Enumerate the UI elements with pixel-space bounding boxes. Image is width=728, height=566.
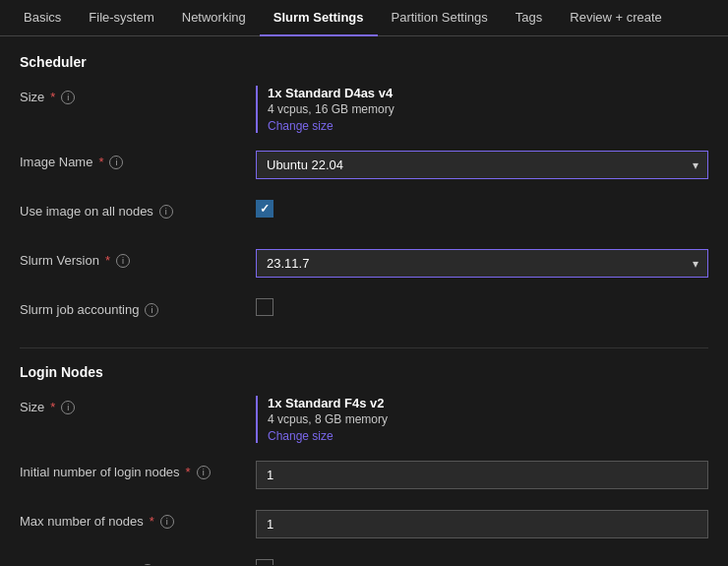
login-size-required-star: * [50, 400, 55, 414]
image-name-info-icon[interactable]: i [109, 156, 123, 169]
tab-partition[interactable]: Partition Settings [378, 0, 502, 36]
health-check-checkbox[interactable] [256, 559, 273, 565]
scheduler-change-size-link[interactable]: Change size [268, 119, 708, 133]
image-name-select-wrapper: Ubuntu 22.04Ubuntu 20.04CentOS 7CentOS 8… [256, 151, 708, 179]
max-nodes-row: Max number of nodes * i [20, 510, 708, 541]
login-size-block: 1x Standard F4s v2 4 vcpus, 8 GB memory … [256, 396, 708, 443]
slurm-version-info-icon[interactable]: i [116, 254, 130, 268]
initial-nodes-label: Initial number of login nodes * i [20, 461, 256, 479]
slurm-version-select[interactable]: 23.11.723.02.422.05.8 [256, 249, 708, 278]
image-name-select[interactable]: Ubuntu 22.04Ubuntu 20.04CentOS 7CentOS 8 [256, 151, 708, 179]
use-image-row: Use image on all nodes i [20, 200, 708, 231]
required-star: * [50, 90, 55, 104]
tab-tags[interactable]: Tags [502, 0, 556, 36]
max-nodes-required-star: * [150, 514, 154, 529]
use-image-control [256, 200, 708, 218]
max-nodes-label: Max number of nodes * i [20, 510, 256, 529]
health-check-info-icon[interactable]: i [141, 564, 154, 566]
main-content: Scheduler Size * i 1x Standard D4as v4 4… [0, 36, 728, 565]
tab-bar: BasicsFile-systemNetworkingSlurm Setting… [0, 0, 728, 36]
scheduler-size-details: 4 vcpus, 16 GB memory [268, 102, 708, 116]
slurm-version-row: Slurm Version * i 23.11.723.02.422.05.8 … [20, 249, 708, 281]
initial-nodes-info-icon[interactable]: i [197, 466, 211, 479]
scheduler-size-row: Size * i 1x Standard D4as v4 4 vcpus, 16… [20, 86, 708, 133]
scheduler-section-title: Scheduler [20, 54, 708, 70]
scheduler-size-block: 1x Standard D4as v4 4 vcpus, 16 GB memor… [256, 86, 708, 133]
scheduler-size-label: Size * i [20, 86, 256, 104]
slurm-version-required-star: * [105, 253, 110, 268]
login-size-control: 1x Standard F4s v2 4 vcpus, 8 GB memory … [256, 396, 708, 443]
image-name-control: Ubuntu 22.04Ubuntu 20.04CentOS 7CentOS 8… [256, 151, 708, 179]
image-name-label: Image Name * i [20, 151, 256, 169]
slurm-accounting-label: Slurm job accounting i [20, 298, 256, 317]
tab-slurm[interactable]: Slurm Settings [260, 0, 378, 36]
slurm-version-label: Slurm Version * i [20, 249, 256, 268]
initial-nodes-input[interactable] [256, 461, 708, 489]
login-size-name: 1x Standard F4s v2 [268, 396, 708, 410]
slurm-accounting-info-icon[interactable]: i [145, 303, 158, 317]
slurm-version-control: 23.11.723.02.422.05.8 ▾ [256, 249, 708, 278]
max-nodes-input[interactable] [256, 510, 708, 538]
scheduler-size-name: 1x Standard D4as v4 [268, 86, 708, 100]
login-size-info-icon[interactable]: i [61, 401, 75, 414]
max-nodes-info-icon[interactable]: i [160, 515, 174, 529]
use-image-checkbox[interactable] [256, 200, 273, 218]
tab-networking[interactable]: Networking [168, 0, 260, 36]
slurm-version-select-wrapper: 23.11.723.02.422.05.8 ▾ [256, 249, 708, 278]
slurm-accounting-control [256, 298, 708, 319]
login-size-details: 4 vcpus, 8 GB memory [268, 412, 708, 426]
tab-filesystem[interactable]: File-system [75, 0, 167, 36]
tab-basics[interactable]: Basics [10, 0, 75, 36]
login-change-size-link[interactable]: Change size [268, 429, 708, 443]
scheduler-size-info-icon[interactable]: i [61, 91, 75, 104]
login-nodes-section-title: Login Nodes [20, 364, 708, 380]
login-size-row: Size * i 1x Standard F4s v2 4 vcpus, 8 G… [20, 396, 708, 443]
use-image-info-icon[interactable]: i [159, 205, 173, 219]
image-required-star: * [98, 155, 103, 169]
login-size-label: Size * i [20, 396, 256, 414]
scheduler-size-control: 1x Standard D4as v4 4 vcpus, 16 GB memor… [256, 86, 708, 133]
health-check-label: Enable health check i [20, 559, 256, 565]
slurm-accounting-row: Slurm job accounting i [20, 298, 708, 330]
use-image-label: Use image on all nodes i [20, 200, 256, 219]
image-name-row: Image Name * i Ubuntu 22.04Ubuntu 20.04C… [20, 151, 708, 182]
initial-nodes-required-star: * [186, 465, 191, 479]
tab-review[interactable]: Review + create [556, 0, 676, 36]
initial-nodes-row: Initial number of login nodes * i [20, 461, 708, 492]
slurm-accounting-checkbox[interactable] [256, 298, 273, 316]
health-check-control [256, 559, 708, 565]
initial-nodes-control [256, 461, 708, 489]
health-check-row: Enable health check i [20, 559, 708, 565]
max-nodes-control [256, 510, 708, 538]
section-divider [20, 347, 708, 348]
